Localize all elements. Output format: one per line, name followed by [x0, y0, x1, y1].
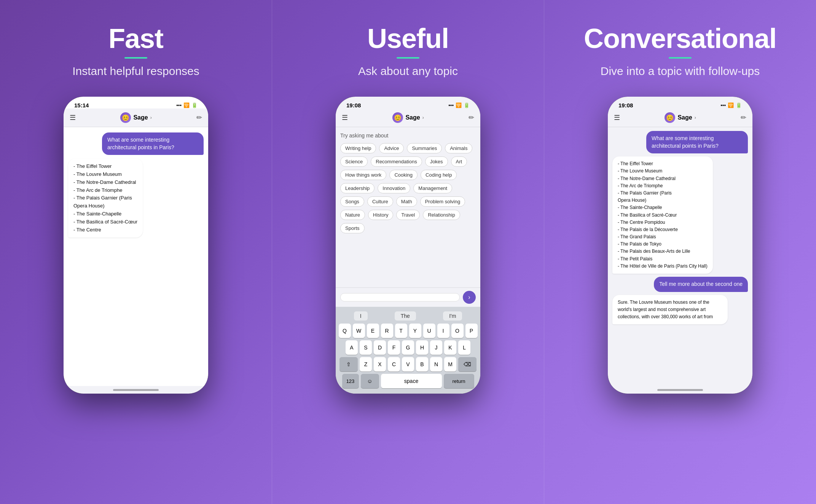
ai-bubble-conv-1: - The Eiffel Tower - The Louvre Museum -…: [612, 156, 713, 274]
key-H[interactable]: H: [416, 340, 428, 355]
key-D[interactable]: D: [374, 340, 386, 355]
tag-sports[interactable]: Sports: [340, 223, 365, 233]
tag-science[interactable]: Science: [340, 156, 368, 167]
panels-container: Fast Instant helpful responses 15:14 ▪▪▪…: [0, 0, 816, 504]
tag-writing-help[interactable]: Writing help: [340, 143, 376, 153]
autocomplete-The[interactable]: The: [395, 311, 416, 321]
avatar-2: 😊: [392, 112, 403, 123]
key-X[interactable]: X: [374, 357, 386, 372]
keyboard-row-1: Q W E R T Y U I O P: [337, 324, 479, 338]
tag-jokes[interactable]: Jokes: [425, 156, 448, 167]
key-num[interactable]: 123: [342, 374, 359, 388]
autocomplete-bar: I The I'm: [337, 310, 479, 324]
phone-useful-navbar: ☰ 😊 Sage › ✏: [336, 108, 480, 127]
ai-bubble-conv-2: Sure. The Louvre Museum houses one of th…: [612, 295, 728, 325]
signal-icon-2: ▪▪▪: [448, 102, 454, 108]
key-Q[interactable]: Q: [339, 324, 351, 338]
panel-fast-underline: [124, 57, 147, 59]
tag-animals[interactable]: Animals: [445, 143, 472, 153]
tag-math[interactable]: Math: [396, 196, 417, 207]
edit-icon-3[interactable]: ✏: [741, 113, 746, 122]
key-O[interactable]: O: [451, 324, 464, 338]
tag-recommendations[interactable]: Recommendations: [371, 156, 422, 167]
key-S[interactable]: S: [360, 340, 372, 355]
edit-icon-2[interactable]: ✏: [469, 113, 474, 122]
hamburger-icon-3[interactable]: ☰: [614, 113, 620, 122]
tag-coding-help[interactable]: Coding help: [421, 170, 457, 180]
panel-useful-underline: [397, 57, 419, 59]
nav-name-3: Sage: [677, 114, 692, 121]
tag-songs[interactable]: Songs: [340, 196, 364, 207]
key-M[interactable]: M: [444, 357, 456, 372]
tag-culture[interactable]: Culture: [367, 196, 393, 207]
chat-area-fast: What are some interesting architectural …: [64, 127, 208, 386]
key-L[interactable]: L: [458, 340, 470, 355]
key-shift[interactable]: ⇧: [339, 357, 358, 372]
panel-conversational-underline: [669, 57, 692, 59]
suggestions-area: Try asking me about Writing help Advice …: [336, 127, 480, 287]
user-bubble-1: What are some interesting architectural …: [102, 132, 204, 155]
key-F[interactable]: F: [388, 340, 400, 355]
key-I[interactable]: I: [437, 324, 449, 338]
key-space[interactable]: space: [381, 374, 442, 388]
tag-leadership[interactable]: Leadership: [340, 183, 375, 193]
home-bar-conv: [608, 386, 752, 394]
phone-useful-screen: ☰ 😊 Sage › ✏ Try asking me about Writing…: [336, 108, 480, 394]
tag-problem-solving[interactable]: Problem solving: [420, 196, 465, 207]
hamburger-icon[interactable]: ☰: [70, 113, 76, 122]
battery-icon-2: 🔋: [464, 102, 470, 108]
tag-travel[interactable]: Travel: [396, 210, 420, 220]
tag-nature[interactable]: Nature: [340, 210, 365, 220]
phone-conv-time: 19:08: [618, 102, 633, 108]
chat-input-useful[interactable]: [340, 293, 460, 301]
tag-advice[interactable]: Advice: [379, 143, 404, 153]
key-P[interactable]: P: [465, 324, 478, 338]
user-bubble-conv-1: What are some interesting architectural …: [646, 131, 748, 153]
keyboard-useful: I The I'm Q W E R T Y U I O P: [336, 307, 480, 394]
edit-icon[interactable]: ✏: [196, 113, 202, 122]
phone-conv-navbar: ☰ 😊 Sage › ✏: [608, 108, 752, 127]
autocomplete-I[interactable]: I: [354, 311, 368, 321]
tag-relationship[interactable]: Relationship: [423, 210, 460, 220]
key-C[interactable]: C: [388, 357, 400, 372]
key-E[interactable]: E: [367, 324, 379, 338]
key-N[interactable]: N: [430, 357, 442, 372]
key-J[interactable]: J: [430, 340, 442, 355]
autocomplete-Im[interactable]: I'm: [443, 311, 462, 321]
suggestions-label: Try asking me about: [340, 132, 476, 139]
key-return[interactable]: return: [444, 374, 474, 388]
phone-conv-status: ▪▪▪ 🛜 🔋: [720, 102, 742, 108]
key-R[interactable]: R: [381, 324, 393, 338]
tag-history[interactable]: History: [368, 210, 393, 220]
phone-fast-notch: 15:14 ▪▪▪ 🛜 🔋: [64, 97, 208, 108]
nav-center: 😊 Sage ›: [120, 112, 151, 123]
key-delete[interactable]: ⌫: [458, 357, 477, 372]
key-K[interactable]: K: [444, 340, 456, 355]
key-emoji[interactable]: ☺: [361, 374, 379, 388]
key-W[interactable]: W: [353, 324, 365, 338]
tag-how-things-work[interactable]: How things work: [340, 170, 386, 180]
tag-management[interactable]: Management: [413, 183, 452, 193]
key-V[interactable]: V: [402, 357, 414, 372]
key-A[interactable]: A: [346, 340, 358, 355]
key-B[interactable]: B: [416, 357, 428, 372]
panel-fast: Fast Instant helpful responses 15:14 ▪▪▪…: [0, 0, 272, 504]
key-U[interactable]: U: [423, 324, 435, 338]
tag-cooking[interactable]: Cooking: [389, 170, 418, 180]
send-button-useful[interactable]: ›: [463, 291, 476, 304]
tag-summaries[interactable]: Summaries: [407, 143, 442, 153]
key-Y[interactable]: Y: [409, 324, 421, 338]
panel-conversational-subtitle: Dive into a topic with follow-ups: [601, 65, 760, 78]
chevron-icon-3: ›: [695, 115, 696, 120]
user-bubble-conv-2: Tell me more about the second one: [654, 277, 748, 292]
tag-innovation[interactable]: Innovation: [378, 183, 410, 193]
key-Z[interactable]: Z: [360, 357, 372, 372]
avatar: 😊: [120, 112, 131, 123]
key-G[interactable]: G: [402, 340, 414, 355]
signal-icon-3: ▪▪▪: [720, 102, 726, 108]
tag-art[interactable]: Art: [451, 156, 467, 167]
key-T[interactable]: T: [395, 324, 407, 338]
panel-useful-title: Useful: [367, 23, 449, 54]
hamburger-icon-2[interactable]: ☰: [342, 113, 348, 122]
nav-center-3: 😊 Sage ›: [665, 112, 696, 123]
